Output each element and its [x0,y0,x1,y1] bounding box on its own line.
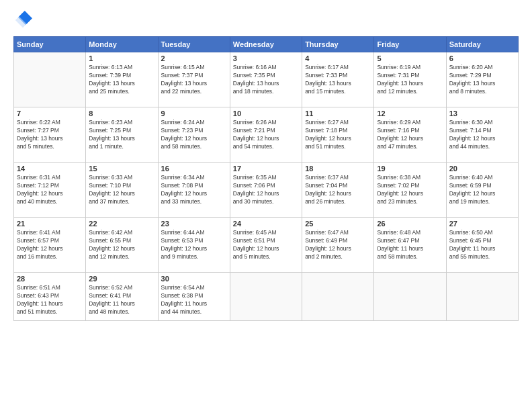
page: SundayMondayTuesdayWednesdayThursdayFrid… [0,0,532,411]
day-info: Sunrise: 6:37 AMSunset: 7:04 PMDaylight:… [305,174,371,206]
calendar-cell: 15Sunrise: 6:33 AMSunset: 7:10 PMDayligh… [86,163,158,218]
day-number: 4 [305,54,371,62]
day-info: Sunrise: 6:54 AMSunset: 6:38 PMDaylight:… [161,284,227,316]
calendar-cell: 9Sunrise: 6:24 AMSunset: 7:23 PMDaylight… [158,107,230,163]
calendar-cell: 29Sunrise: 6:52 AMSunset: 6:41 PMDayligh… [86,273,158,321]
day-number: 20 [449,165,515,173]
weekday-header-row: SundayMondayTuesdayWednesdayThursdayFrid… [14,37,519,52]
day-info: Sunrise: 6:50 AMSunset: 6:45 PMDaylight:… [449,229,515,261]
calendar-cell: 28Sunrise: 6:51 AMSunset: 6:43 PMDayligh… [14,273,86,321]
calendar-table: SundayMondayTuesdayWednesdayThursdayFrid… [13,36,519,321]
calendar-cell [230,273,302,321]
day-number: 12 [377,109,443,118]
day-number: 5 [377,54,443,62]
calendar-cell: 16Sunrise: 6:34 AMSunset: 7:08 PMDayligh… [158,163,230,218]
calendar-cell: 17Sunrise: 6:35 AMSunset: 7:06 PMDayligh… [230,163,302,218]
day-number: 14 [17,165,83,173]
day-number: 6 [449,54,515,62]
day-number: 9 [161,109,227,118]
calendar-cell: 26Sunrise: 6:48 AMSunset: 6:47 PMDayligh… [374,218,446,273]
calendar-cell: 8Sunrise: 6:23 AMSunset: 7:25 PMDaylight… [86,107,158,163]
calendar-cell [374,273,446,321]
calendar-cell: 10Sunrise: 6:26 AMSunset: 7:21 PMDayligh… [230,107,302,163]
weekday-sunday: Sunday [14,37,86,52]
day-info: Sunrise: 6:38 AMSunset: 7:02 PMDaylight:… [377,174,443,206]
day-number: 23 [161,220,227,228]
day-info: Sunrise: 6:48 AMSunset: 6:47 PMDaylight:… [377,229,443,261]
calendar-cell: 27Sunrise: 6:50 AMSunset: 6:45 PMDayligh… [446,218,518,273]
week-row-4: 21Sunrise: 6:41 AMSunset: 6:57 PMDayligh… [14,218,519,273]
day-number: 3 [233,54,299,62]
day-info: Sunrise: 6:44 AMSunset: 6:53 PMDaylight:… [161,229,227,261]
week-row-5: 28Sunrise: 6:51 AMSunset: 6:43 PMDayligh… [14,273,519,321]
day-info: Sunrise: 6:15 AMSunset: 7:37 PMDaylight:… [161,64,227,96]
day-number: 1 [89,54,154,62]
calendar-cell: 21Sunrise: 6:41 AMSunset: 6:57 PMDayligh… [14,218,86,273]
day-info: Sunrise: 6:42 AMSunset: 6:55 PMDaylight:… [89,229,154,261]
day-info: Sunrise: 6:31 AMSunset: 7:12 PMDaylight:… [17,174,83,206]
day-info: Sunrise: 6:33 AMSunset: 7:10 PMDaylight:… [89,174,154,206]
day-info: Sunrise: 6:47 AMSunset: 6:49 PMDaylight:… [305,229,371,261]
day-number: 16 [161,165,227,173]
day-info: Sunrise: 6:23 AMSunset: 7:25 PMDaylight:… [89,119,154,151]
logo-icon [13,11,32,30]
day-info: Sunrise: 6:16 AMSunset: 7:35 PMDaylight:… [233,64,299,96]
day-number: 22 [89,220,154,228]
header [13,11,519,30]
day-number: 19 [377,165,443,173]
calendar-cell: 11Sunrise: 6:27 AMSunset: 7:18 PMDayligh… [302,107,374,163]
day-number: 17 [233,165,299,173]
day-info: Sunrise: 6:17 AMSunset: 7:33 PMDaylight:… [305,64,371,96]
calendar-cell: 20Sunrise: 6:40 AMSunset: 6:59 PMDayligh… [446,163,518,218]
day-info: Sunrise: 6:13 AMSunset: 7:39 PMDaylight:… [89,64,154,96]
day-info: Sunrise: 6:30 AMSunset: 7:14 PMDaylight:… [449,119,515,151]
calendar-cell: 4Sunrise: 6:17 AMSunset: 7:33 PMDaylight… [302,52,374,107]
calendar-cell: 5Sunrise: 6:19 AMSunset: 7:31 PMDaylight… [374,52,446,107]
calendar-cell: 2Sunrise: 6:15 AMSunset: 7:37 PMDaylight… [158,52,230,107]
day-info: Sunrise: 6:45 AMSunset: 6:51 PMDaylight:… [233,229,299,261]
calendar-cell: 30Sunrise: 6:54 AMSunset: 6:38 PMDayligh… [158,273,230,321]
week-row-2: 7Sunrise: 6:22 AMSunset: 7:27 PMDaylight… [14,107,519,163]
calendar-cell: 23Sunrise: 6:44 AMSunset: 6:53 PMDayligh… [158,218,230,273]
calendar-cell: 7Sunrise: 6:22 AMSunset: 7:27 PMDaylight… [14,107,86,163]
weekday-friday: Friday [374,37,446,52]
day-info: Sunrise: 6:20 AMSunset: 7:29 PMDaylight:… [449,64,515,96]
day-number: 29 [89,275,154,283]
day-number: 25 [305,220,371,228]
day-number: 21 [17,220,83,228]
weekday-wednesday: Wednesday [230,37,302,52]
calendar-cell: 19Sunrise: 6:38 AMSunset: 7:02 PMDayligh… [374,163,446,218]
day-info: Sunrise: 6:26 AMSunset: 7:21 PMDaylight:… [233,119,299,151]
day-info: Sunrise: 6:22 AMSunset: 7:27 PMDaylight:… [17,119,83,151]
calendar-cell: 18Sunrise: 6:37 AMSunset: 7:04 PMDayligh… [302,163,374,218]
day-number: 27 [449,220,515,228]
day-info: Sunrise: 6:19 AMSunset: 7:31 PMDaylight:… [377,64,443,96]
calendar-cell: 25Sunrise: 6:47 AMSunset: 6:49 PMDayligh… [302,218,374,273]
day-number: 2 [161,54,227,62]
day-info: Sunrise: 6:34 AMSunset: 7:08 PMDaylight:… [161,174,227,206]
calendar-cell [302,273,374,321]
calendar-cell [446,273,518,321]
day-info: Sunrise: 6:27 AMSunset: 7:18 PMDaylight:… [305,119,371,151]
day-info: Sunrise: 6:24 AMSunset: 7:23 PMDaylight:… [161,119,227,151]
weekday-thursday: Thursday [302,37,374,52]
calendar-cell: 14Sunrise: 6:31 AMSunset: 7:12 PMDayligh… [14,163,86,218]
day-number: 13 [449,109,515,118]
calendar-cell: 22Sunrise: 6:42 AMSunset: 6:55 PMDayligh… [86,218,158,273]
calendar-cell: 6Sunrise: 6:20 AMSunset: 7:29 PMDaylight… [446,52,518,107]
day-number: 11 [305,109,371,118]
day-number: 28 [17,275,83,283]
weekday-tuesday: Tuesday [158,37,230,52]
day-info: Sunrise: 6:35 AMSunset: 7:06 PMDaylight:… [233,174,299,206]
day-info: Sunrise: 6:51 AMSunset: 6:43 PMDaylight:… [17,284,83,316]
day-info: Sunrise: 6:40 AMSunset: 6:59 PMDaylight:… [449,174,515,206]
day-number: 26 [377,220,443,228]
day-number: 7 [17,109,83,118]
day-number: 8 [89,109,154,118]
day-info: Sunrise: 6:29 AMSunset: 7:16 PMDaylight:… [377,119,443,151]
week-row-1: 1Sunrise: 6:13 AMSunset: 7:39 PMDaylight… [14,52,519,107]
calendar-cell: 3Sunrise: 6:16 AMSunset: 7:35 PMDaylight… [230,52,302,107]
weekday-monday: Monday [86,37,158,52]
day-number: 10 [233,109,299,118]
weekday-saturday: Saturday [446,37,518,52]
